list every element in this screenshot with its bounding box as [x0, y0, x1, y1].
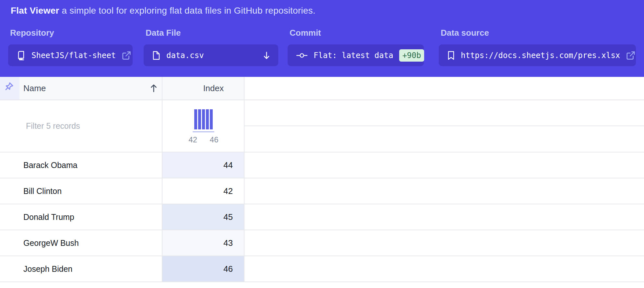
table-row[interactable]: Joseph Biden 46: [0, 256, 644, 282]
external-link-icon: [122, 51, 131, 60]
table-header-row: Name Index: [0, 77, 644, 100]
data-source-url: https://docs.sheetjs.com/pres.xlsx: [461, 51, 620, 60]
index-cell: 46: [162, 256, 244, 282]
histogram-range-labels: 42 46: [189, 135, 219, 144]
filter-input[interactable]: [26, 121, 156, 131]
index-cell: 43: [162, 230, 244, 256]
column-header-index-label: Index: [203, 83, 224, 93]
commit-message: Flat: latest data: [314, 51, 393, 60]
arrow-down-icon: [262, 51, 271, 60]
data-file-control: Data File data.csv: [144, 28, 278, 66]
table-header-spacer: [244, 77, 644, 100]
column-header-name-label: Name: [23, 83, 46, 93]
flat-viewer-app: Flat Viewera simple tool for exploring f…: [0, 0, 644, 288]
table-body: Barack Obama 44 Bill Clinton 42 Donald T…: [0, 152, 644, 282]
index-cell: 44: [162, 152, 244, 178]
histogram-max-label: 46: [210, 135, 219, 144]
column-header-index[interactable]: Index: [162, 77, 244, 100]
file-icon: [152, 51, 161, 60]
repository-value: SheetJS/flat-sheet: [31, 51, 116, 60]
index-cell: 42: [162, 178, 244, 204]
commit-button[interactable]: Flat: latest data +90b: [288, 44, 424, 66]
commit-control: Commit Flat: latest data +90b: [288, 28, 424, 66]
app-title-name: Flat Viewer: [11, 6, 59, 16]
data-source-label: Data source: [441, 28, 636, 38]
name-cell: Joseph Biden: [0, 256, 162, 282]
pin-icon: [4, 82, 16, 94]
commit-icon: [296, 51, 308, 60]
histogram-range-track[interactable]: [193, 131, 214, 132]
name-cell: Bill Clinton: [0, 178, 162, 204]
repository-control: Repository SheetJS/flat-sheet: [8, 28, 133, 66]
repository-label: Repository: [10, 28, 133, 38]
data-source-control: Data source https://docs.sheetjs.com/pre…: [439, 28, 636, 66]
sort-ascending-icon: [149, 83, 159, 93]
app-header: Flat Viewera simple tool for exploring f…: [0, 0, 644, 77]
data-file-value: data.csv: [166, 51, 204, 60]
histogram-min-label: 42: [189, 135, 197, 144]
column-header-name[interactable]: Name: [19, 77, 162, 100]
app-title-subtitle: a simple tool for exploring flat data fi…: [62, 6, 316, 16]
index-cell: 45: [162, 204, 244, 230]
pin-column-header[interactable]: [0, 77, 19, 100]
data-table: Name Index 42: [0, 77, 644, 288]
table-row[interactable]: Donald Trump 45: [0, 204, 644, 230]
table-row[interactable]: GeorgeW Bush 43: [0, 230, 644, 256]
external-link-icon: [626, 51, 636, 60]
data-file-label: Data File: [146, 28, 278, 38]
bookmark-icon: [447, 51, 455, 60]
repository-button[interactable]: SheetJS/flat-sheet: [8, 44, 133, 66]
repo-icon: [17, 51, 26, 60]
commit-diff-badge: +90b: [399, 49, 424, 62]
index-histogram-cell: 42 46: [162, 100, 244, 152]
table-row[interactable]: Barack Obama 44: [0, 152, 644, 178]
name-cell: Barack Obama: [0, 152, 162, 178]
name-cell: Donald Trump: [0, 204, 162, 230]
filter-cell: [0, 100, 162, 152]
data-file-dropdown[interactable]: data.csv: [144, 44, 278, 66]
name-cell: GeorgeW Bush: [0, 230, 162, 256]
index-histogram[interactable]: [194, 109, 213, 129]
table-row[interactable]: Bill Clinton 42: [0, 178, 644, 204]
app-title: Flat Viewera simple tool for exploring f…: [11, 6, 316, 16]
commit-label: Commit: [290, 28, 424, 38]
row-divider: [244, 126, 644, 126]
filter-row: 42 46: [0, 100, 644, 152]
data-source-link[interactable]: https://docs.sheetjs.com/pres.xlsx: [439, 44, 636, 66]
column-divider: [244, 77, 244, 282]
column-divider: [162, 77, 162, 282]
